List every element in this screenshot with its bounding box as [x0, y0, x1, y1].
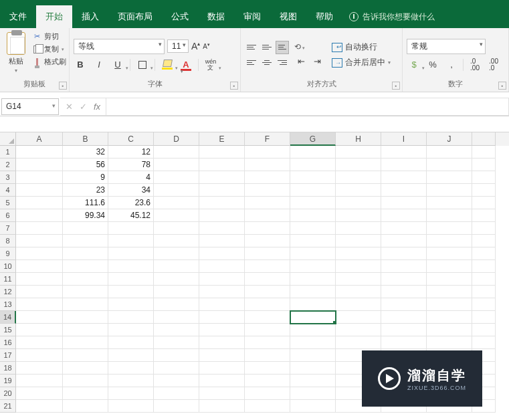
tab-data[interactable]: 数据 [198, 5, 234, 28]
cell-K16[interactable] [472, 336, 496, 349]
cell-G9[interactable] [290, 247, 336, 260]
row-header-10[interactable]: 10 [0, 260, 16, 273]
cell-D16[interactable] [154, 336, 199, 349]
cell-B8[interactable] [63, 235, 108, 247]
align-center-button[interactable] [260, 56, 274, 70]
cell-K10[interactable] [472, 260, 496, 273]
cell-F19[interactable] [245, 375, 290, 387]
cell-K11[interactable] [472, 273, 496, 286]
cell-G10[interactable] [290, 260, 336, 273]
cell-C12[interactable] [108, 286, 154, 298]
cell-B12[interactable] [63, 286, 108, 298]
cell-A19[interactable] [16, 375, 63, 387]
cell-E6[interactable] [199, 209, 245, 222]
cell-J7[interactable] [427, 222, 472, 235]
cell-F16[interactable] [245, 336, 290, 349]
cell-A15[interactable] [16, 324, 63, 336]
cell-B17[interactable] [63, 349, 108, 362]
copy-button[interactable]: 复制 ▾ [31, 43, 68, 55]
cell-G2[interactable] [290, 159, 336, 171]
tell-me-search[interactable]: 告诉我你想要做什么 [342, 5, 441, 28]
grow-font-button[interactable]: A▴ [191, 41, 200, 51]
cell-F11[interactable] [245, 273, 290, 286]
tab-review[interactable]: 审阅 [234, 5, 270, 28]
cell-B4[interactable]: 23 [63, 184, 108, 197]
cell-F18[interactable] [245, 362, 290, 375]
cell-A6[interactable] [16, 209, 63, 222]
row-header-14[interactable]: 14 [0, 311, 16, 324]
cell-D1[interactable] [154, 146, 199, 159]
cell-K1[interactable] [472, 146, 496, 159]
row-header-12[interactable]: 12 [0, 286, 16, 298]
font-dialog-launcher[interactable]: ▪ [230, 82, 238, 90]
cell-C2[interactable]: 78 [108, 159, 154, 171]
cell-I9[interactable] [381, 247, 427, 260]
cell-B18[interactable] [63, 362, 108, 375]
cell-D2[interactable] [154, 159, 199, 171]
cell-K4[interactable] [472, 184, 496, 197]
cell-H4[interactable] [336, 184, 381, 197]
cell-F4[interactable] [245, 184, 290, 197]
enter-formula-button[interactable]: ✓ [80, 102, 87, 112]
cell-H16[interactable] [336, 336, 381, 349]
align-left-button[interactable] [245, 56, 258, 70]
row-header-2[interactable]: 2 [0, 159, 16, 171]
cell-K3[interactable] [472, 171, 496, 184]
cell-H14[interactable] [336, 311, 381, 324]
cell-K8[interactable] [472, 235, 496, 247]
cell-F8[interactable] [245, 235, 290, 247]
cell-G18[interactable] [290, 362, 336, 375]
cell-K6[interactable] [472, 209, 496, 222]
cell-B10[interactable] [63, 260, 108, 273]
paste-button[interactable]: 粘贴 ▾ [4, 31, 28, 75]
cell-F14[interactable] [245, 311, 290, 324]
cell-F12[interactable] [245, 286, 290, 298]
cell-D20[interactable] [154, 387, 199, 400]
cell-H15[interactable] [336, 324, 381, 336]
cell-G1[interactable] [290, 146, 336, 159]
cell-D14[interactable] [154, 311, 199, 324]
cell-E10[interactable] [199, 260, 245, 273]
cell-J5[interactable] [427, 197, 472, 209]
cell-G17[interactable] [290, 349, 336, 362]
cell-G13[interactable] [290, 298, 336, 311]
cell-K12[interactable] [472, 286, 496, 298]
cell-J14[interactable] [427, 311, 472, 324]
row-header-21[interactable]: 21 [0, 400, 16, 413]
cell-F6[interactable] [245, 209, 290, 222]
col-header-G[interactable]: G [290, 132, 336, 146]
cell-G8[interactable] [290, 235, 336, 247]
cell-G3[interactable] [290, 171, 336, 184]
cell-F9[interactable] [245, 247, 290, 260]
tab-view[interactable]: 视图 [270, 5, 306, 28]
cell-I7[interactable] [381, 222, 427, 235]
cell-F21[interactable] [245, 400, 290, 413]
cell-D10[interactable] [154, 260, 199, 273]
cell-D15[interactable] [154, 324, 199, 336]
number-format-combo[interactable]: 常规 [407, 39, 486, 54]
cut-button[interactable]: ✂ 剪切 [31, 31, 68, 42]
cell-A2[interactable] [16, 159, 63, 171]
cell-B15[interactable] [63, 324, 108, 336]
cell-K13[interactable] [472, 298, 496, 311]
cell-B9[interactable] [63, 247, 108, 260]
row-header-15[interactable]: 15 [0, 324, 16, 336]
cell-E14[interactable] [199, 311, 245, 324]
cell-I10[interactable] [381, 260, 427, 273]
font-name-combo[interactable]: 等线 [74, 39, 165, 54]
cell-I1[interactable] [381, 146, 427, 159]
cell-C16[interactable] [108, 336, 154, 349]
cell-H12[interactable] [336, 286, 381, 298]
cell-G4[interactable] [290, 184, 336, 197]
cell-J6[interactable] [427, 209, 472, 222]
cell-F13[interactable] [245, 298, 290, 311]
cancel-formula-button[interactable]: ✕ [66, 102, 73, 112]
cell-B7[interactable] [63, 222, 108, 235]
cell-K2[interactable] [472, 159, 496, 171]
cell-D4[interactable] [154, 184, 199, 197]
row-header-16[interactable]: 16 [0, 336, 16, 349]
col-header-A[interactable]: A [16, 132, 63, 146]
cell-D5[interactable] [154, 197, 199, 209]
cell-C4[interactable]: 34 [108, 184, 154, 197]
cell-I3[interactable] [381, 171, 427, 184]
